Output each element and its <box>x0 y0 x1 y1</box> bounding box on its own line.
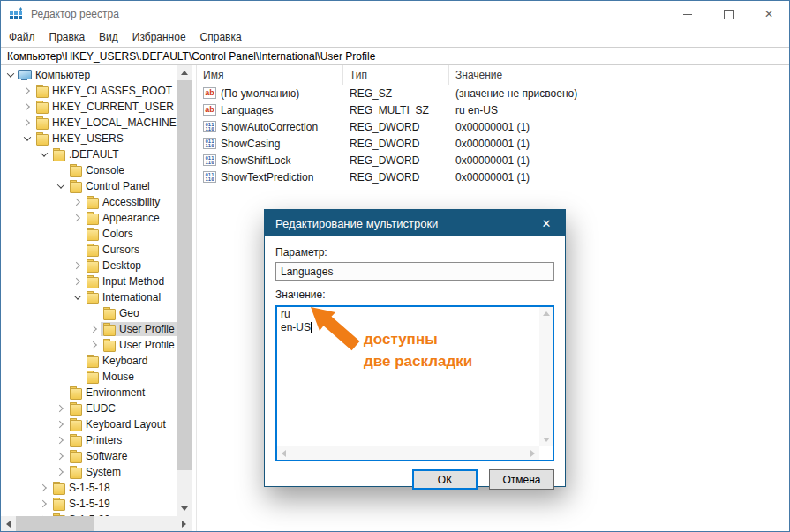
tree-item-body[interactable]: Desktop <box>84 259 144 273</box>
tree-item-body[interactable]: HKEY_USERS <box>34 131 126 146</box>
scroll-up-icon[interactable] <box>177 65 192 80</box>
maximize-icon[interactable] <box>708 1 749 27</box>
chevron-right-icon[interactable] <box>54 466 67 479</box>
chevron-right-icon[interactable] <box>54 434 67 447</box>
tree-item[interactable]: Input Method <box>1 273 177 289</box>
tree-item[interactable]: HKEY_CURRENT_USER <box>1 99 177 115</box>
tree-item[interactable]: Keyboard <box>1 353 177 369</box>
chevron-down-icon[interactable] <box>71 291 84 304</box>
chevron-right-icon[interactable] <box>37 482 50 495</box>
dialog-close-icon[interactable]: ✕ <box>528 210 565 236</box>
chevron-right-icon[interactable] <box>20 85 34 98</box>
tree-item[interactable]: Colors <box>1 226 177 242</box>
scroll-right-icon[interactable] <box>177 516 192 531</box>
tree-item-body[interactable]: Accessibility <box>84 195 162 209</box>
tree-item-body[interactable]: .DEFAULT <box>50 147 121 161</box>
chevron-right-icon[interactable] <box>71 275 84 288</box>
tree-item-body[interactable]: S-1-5-19 <box>50 497 113 511</box>
tree-item-body[interactable]: User Profile Sy <box>101 338 177 352</box>
tree-item[interactable]: Console <box>1 162 177 178</box>
menu-favorites[interactable]: Избранное <box>125 27 193 47</box>
chevron-right-icon[interactable] <box>54 402 67 416</box>
tree-item[interactable]: .DEFAULT <box>1 146 177 162</box>
chevron-right-icon[interactable] <box>37 498 50 511</box>
tree-item[interactable]: Control Panel <box>1 178 177 194</box>
tree-item[interactable]: Environment <box>1 385 177 401</box>
ok-button[interactable]: ОК <box>412 469 478 490</box>
tree-item-body[interactable]: International <box>84 290 163 304</box>
menu-help[interactable]: Справка <box>193 27 249 47</box>
tree-item-body[interactable]: HKEY_CLASSES_ROOT <box>34 84 175 98</box>
tree-item-body[interactable]: Mouse <box>84 370 137 384</box>
dialog-title-bar[interactable]: Редактирование мультистроки ✕ <box>265 210 565 236</box>
scroll-right-icon[interactable] <box>526 446 539 460</box>
menu-file[interactable]: Файл <box>2 27 42 47</box>
tree-item[interactable]: International <box>1 289 177 305</box>
column-header-name[interactable]: Имя <box>197 65 343 85</box>
registry-value-row[interactable]: (По умолчанию)REG_SZ(значение не присвое… <box>197 85 789 101</box>
tree-item-body[interactable]: Cursors <box>84 243 142 257</box>
tree-item-body[interactable]: User Profile <box>101 322 177 336</box>
registry-value-row[interactable]: LanguagesREG_MULTI_SZru en-US <box>197 101 789 118</box>
chevron-right-icon[interactable] <box>71 196 84 209</box>
tree-item[interactable]: Компьютер <box>1 67 177 83</box>
address-bar[interactable]: Компьютер\HKEY_USERS\.DEFAULT\Control Pa… <box>1 47 789 65</box>
tree-item-body[interactable]: Control Panel <box>67 179 153 193</box>
registry-value-row[interactable]: ShowCasingREG_DWORD0x00000001 (1) <box>197 135 789 152</box>
chevron-down-icon[interactable] <box>4 69 17 82</box>
multistring-value[interactable]: ruen-US <box>279 308 538 446</box>
close-icon[interactable] <box>749 1 789 27</box>
tree-item[interactable]: HKEY_CLASSES_ROOT <box>1 83 177 99</box>
registry-value-row[interactable]: ShowTextPredictionREG_DWORD0x00000001 (1… <box>197 169 789 185</box>
scrollbar-thumb[interactable] <box>16 516 94 531</box>
chevron-down-icon[interactable] <box>20 132 34 146</box>
chevron-right-icon[interactable] <box>54 418 67 431</box>
tree-item-body[interactable]: Environment <box>67 386 147 400</box>
scroll-down-icon[interactable] <box>539 433 553 446</box>
tree-item[interactable]: Keyboard Layout <box>1 416 177 432</box>
chevron-right-icon[interactable] <box>71 212 84 225</box>
column-header-type[interactable]: Тип <box>343 65 449 85</box>
tree-item[interactable]: User Profile <box>1 321 177 337</box>
tree-item[interactable]: System <box>1 464 177 480</box>
scroll-left-icon[interactable] <box>1 516 16 531</box>
tree-item-body[interactable]: System <box>67 465 124 479</box>
minimize-icon[interactable] <box>667 1 708 27</box>
tree-item[interactable]: S-1-5-19 <box>1 496 177 512</box>
tree-item[interactable]: HKEY_USERS <box>1 131 177 146</box>
tree-item[interactable]: Software <box>1 448 177 464</box>
tree-item[interactable]: S-1-5-18 <box>1 480 177 496</box>
tree-item[interactable]: Cursors <box>1 242 177 258</box>
chevron-right-icon[interactable] <box>54 450 67 463</box>
registry-value-row[interactable]: ShowAutoCorrectionREG_DWORD0x00000001 (1… <box>197 118 789 135</box>
tree-item[interactable]: Desktop <box>1 258 177 273</box>
registry-value-row[interactable]: ShowShiftLockREG_DWORD0x00000001 (1) <box>197 152 789 169</box>
tree-item-body[interactable]: Printers <box>67 433 124 447</box>
tree-horizontal-scrollbar[interactable] <box>1 516 192 531</box>
tree-item-body[interactable]: Software <box>67 449 130 463</box>
multistring-textarea[interactable]: ruen-US <box>275 305 554 461</box>
tree-item-body[interactable]: Appearance <box>84 211 162 225</box>
tree-vertical-scrollbar[interactable] <box>177 65 192 516</box>
tree-item-body[interactable]: Keyboard <box>84 354 150 368</box>
param-name-field[interactable] <box>275 262 554 281</box>
tree-item-body[interactable]: EUDC <box>67 401 118 416</box>
tree-item[interactable]: Geo <box>1 305 177 321</box>
tree-item-body[interactable]: HKEY_LOCAL_MACHINE <box>34 116 177 130</box>
tree-item[interactable]: User Profile Sy <box>1 337 177 353</box>
chevron-down-icon[interactable] <box>54 180 67 193</box>
scrollbar-thumb[interactable] <box>177 80 192 470</box>
tree-item-body[interactable]: Input Method <box>84 274 167 288</box>
chevron-right-icon[interactable] <box>20 116 34 130</box>
scroll-down-icon[interactable] <box>177 501 192 516</box>
scroll-left-icon[interactable] <box>277 446 290 460</box>
tree-item-body[interactable]: Geo <box>101 306 142 320</box>
menu-edit[interactable]: Правка <box>42 27 93 47</box>
chevron-right-icon[interactable] <box>71 259 84 273</box>
tree-item[interactable]: Mouse <box>1 369 177 385</box>
scroll-up-icon[interactable] <box>539 307 553 320</box>
tree-item-body[interactable]: Console <box>67 163 127 177</box>
menu-view[interactable]: Вид <box>92 27 125 47</box>
column-header-value[interactable]: Значение <box>449 65 779 85</box>
tree-item-body[interactable]: Компьютер <box>17 68 93 82</box>
